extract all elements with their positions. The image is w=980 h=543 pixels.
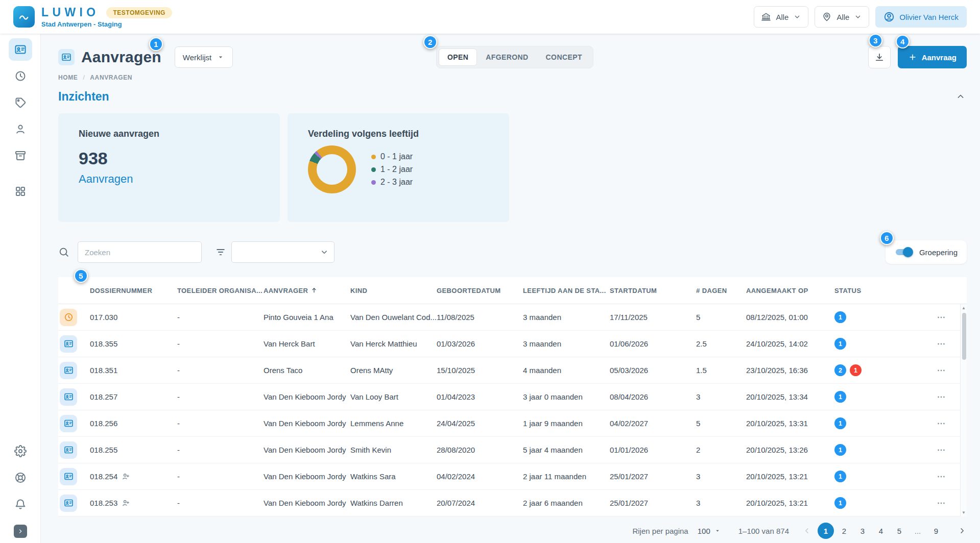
filter-icon [215, 246, 226, 258]
breadcrumb-item-home[interactable]: HOME [58, 74, 78, 81]
status-badge-blue[interactable]: 2 [834, 364, 846, 376]
cell-geboortedatum: 20/07/2024 [437, 499, 523, 507]
chart-legend: 0 - 1 jaar1 - 2 jaar2 - 3 jaar [371, 152, 413, 187]
column-header-dossiernummer[interactable]: DOSSIERNUMMER [90, 287, 177, 294]
page-button-1[interactable]: 1 [818, 523, 834, 539]
user-menu-button[interactable]: Olivier Van Herck [875, 6, 967, 28]
sidebar-item-notifications[interactable] [9, 493, 32, 515]
cell-dossiernummer: 018.351 [90, 366, 177, 375]
sidebar-expand-button[interactable] [14, 525, 27, 538]
tab-concept[interactable]: CONCEPT [537, 48, 591, 66]
sidebar-item-support[interactable] [9, 466, 32, 489]
table-row[interactable]: 018.255-Van Den Kieboom JordySmith Kevin… [58, 437, 967, 463]
column-header-status[interactable]: STATUS [834, 287, 924, 294]
cell-dossiernummer: 018.253 [90, 499, 177, 507]
scrollbar-thumb[interactable] [962, 313, 966, 360]
grouping-toggle[interactable] [895, 247, 913, 257]
scroll-down-arrow[interactable]: ▼ [962, 510, 966, 515]
table-row[interactable]: 017.030-Pinto Gouveia 1 AnaVan Den Ouwel… [58, 304, 967, 331]
page-button-3[interactable]: 3 [854, 523, 871, 539]
export-download-button[interactable] [868, 46, 891, 68]
dossier-card-icon [60, 362, 77, 379]
tab-afgerond[interactable]: AFGEROND [477, 48, 537, 66]
cell-aanvrager: Van Den Kieboom Jordy [264, 392, 350, 401]
table-row[interactable]: 018.253-Van Den Kieboom JordyWatkins Dar… [58, 490, 967, 516]
row-actions-button[interactable] [936, 472, 946, 482]
status-badge-blue[interactable]: 1 [834, 417, 846, 429]
luwio-logo-icon[interactable] [13, 6, 35, 28]
cell-geboortedatum: 15/10/2025 [437, 366, 523, 375]
column-header-leeftijd-aan-de-sta[interactable]: LEEFTIJD AAN DE STA... [523, 287, 610, 294]
previous-page-button[interactable] [802, 526, 811, 535]
collapse-insights-button[interactable] [954, 90, 967, 103]
table-scrollbar[interactable]: ▲ ▼ [960, 304, 967, 516]
column-header-dagen[interactable]: # DAGEN [696, 287, 746, 294]
column-header-kind[interactable]: KIND [350, 287, 437, 294]
filter-button[interactable] [215, 246, 226, 258]
scroll-up-arrow[interactable]: ▲ [962, 306, 966, 310]
sidebar-item-tags[interactable] [9, 91, 32, 114]
cell-leeftijd: 5 jaar 4 maanden [523, 446, 610, 454]
cell-aangemaakt-op: 20/10/2025, 13:31 [746, 419, 834, 428]
dossier-card-icon [60, 388, 77, 406]
row-actions-button[interactable] [936, 498, 946, 508]
legend-dot [371, 180, 376, 185]
status-badge-blue[interactable]: 1 [834, 497, 846, 509]
status-badge-blue[interactable]: 1 [834, 444, 846, 456]
tab-open[interactable]: OPEN [439, 48, 477, 66]
status-badge-blue[interactable]: 1 [834, 391, 846, 403]
column-header-aangemaakt-op[interactable]: AANGEMAAKT OP [746, 287, 834, 294]
requests-link[interactable]: Aanvragen [79, 172, 259, 186]
cell-toeleider-organisatie: - [177, 366, 264, 375]
row-actions-button[interactable] [936, 365, 946, 376]
new-requests-card: Nieuwe aanvragen 938 Aanvragen [58, 113, 280, 222]
next-page-button[interactable] [958, 526, 967, 535]
cell-dossiernummer: 018.256 [90, 419, 177, 428]
page-button-9[interactable]: 9 [928, 523, 944, 539]
worklist-dropdown[interactable]: Werklijst [175, 46, 233, 68]
search-button[interactable] [58, 246, 69, 258]
cell-status: 1 [834, 444, 924, 456]
new-aanvraag-button[interactable]: Aanvraag [898, 46, 967, 68]
sort-ascending-icon[interactable] [310, 287, 318, 294]
row-actions-button[interactable] [936, 418, 946, 429]
sidebar-item-archive[interactable] [9, 144, 32, 167]
status-badge-blue[interactable]: 1 [834, 338, 846, 350]
column-header-startdatum[interactable]: STARTDATUM [610, 287, 696, 294]
page-button-2[interactable]: 2 [836, 523, 852, 539]
status-badge-blue[interactable]: 1 [834, 311, 846, 323]
row-actions-button[interactable] [936, 392, 946, 402]
status-badge-red[interactable]: 1 [850, 364, 862, 376]
sidebar-item-aanvragen[interactable] [9, 38, 32, 61]
legend-label: 1 - 2 jaar [380, 165, 413, 174]
column-header-geboortedatum[interactable]: GEBOORTEDATUM [437, 287, 523, 294]
saved-filter-select[interactable] [231, 241, 334, 263]
sidebar-item-history[interactable] [9, 65, 32, 87]
status-badge-blue[interactable]: 1 [834, 471, 846, 482]
table-row[interactable]: 018.351-Orens TacoOrens MAtty15/10/20254… [58, 357, 967, 384]
column-header-toeleider-organisa[interactable]: TOELEIDER ORGANISA... [177, 287, 264, 294]
sidebar-item-apps[interactable] [9, 180, 32, 203]
table-row[interactable]: 018.254-Van Den Kieboom JordyWatkins Sar… [58, 463, 967, 490]
bell-icon [14, 498, 27, 510]
row-actions-button[interactable] [936, 445, 946, 455]
cell-leeftijd: 1 jaar 9 maanden [523, 419, 610, 428]
table-row[interactable]: 018.256-Van Den Kieboom JordyLemmens Ann… [58, 410, 967, 437]
location-filter-dropdown[interactable]: Alle [815, 6, 869, 28]
table-row[interactable]: 018.355-Van Herck BartVan Herck Matthieu… [58, 331, 967, 357]
organization-filter-dropdown[interactable]: Alle [754, 6, 808, 28]
search-input[interactable] [78, 241, 202, 263]
card-title: Nieuwe aanvragen [79, 129, 259, 139]
column-header-aanvrager[interactable]: AANVRAGER [264, 287, 350, 294]
page-button-5[interactable]: 5 [891, 523, 907, 539]
rows-per-page-select[interactable]: 100 [698, 527, 721, 535]
cell-aangemaakt-op: 20/10/2025, 13:26 [746, 446, 834, 454]
sidebar-item-settings[interactable] [9, 440, 32, 462]
breadcrumb-item-aanvragen[interactable]: AANVRAGEN [90, 74, 132, 81]
row-actions-button[interactable] [936, 339, 946, 349]
page-button-4[interactable]: 4 [873, 523, 889, 539]
location-filter-value: Alle [836, 13, 849, 21]
table-row[interactable]: 018.257-Van Den Kieboom JordyVan Looy Ba… [58, 384, 967, 410]
row-actions-button[interactable] [936, 312, 946, 323]
sidebar-item-persons[interactable] [9, 118, 32, 140]
